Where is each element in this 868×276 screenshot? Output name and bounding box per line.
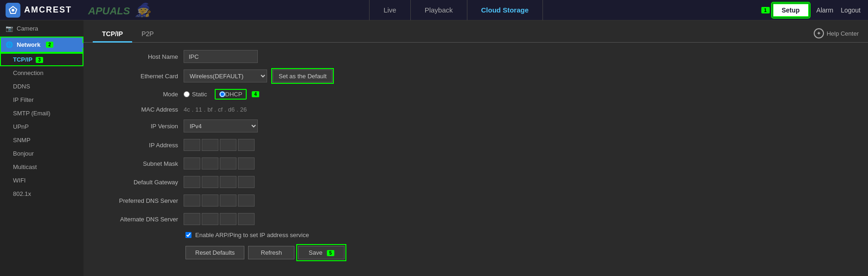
- subnet-seg-3[interactable]: [220, 157, 236, 169]
- mode-static-label[interactable]: Static: [184, 91, 207, 98]
- pdns-seg-3[interactable]: [220, 194, 236, 207]
- sidebar-item-network[interactable]: 🌐 Network 2: [0, 37, 83, 53]
- subnet-segments: [184, 157, 255, 169]
- mode-dhcp-label[interactable]: DHCP 4: [215, 89, 259, 100]
- setup-badge: 1: [761, 7, 770, 13]
- arp-label[interactable]: Enable ARP/Ping to set IP address servic…: [195, 232, 309, 238]
- subnet-mask-row: Subnet Mask: [95, 157, 857, 169]
- sidebar-sub-ipfilter[interactable]: IP Filter: [0, 93, 83, 107]
- arp-checkbox[interactable]: [185, 232, 191, 238]
- gateway-segments: [184, 176, 255, 188]
- setup-button[interactable]: Setup: [772, 3, 809, 17]
- ethernet-card-row: Ethernet Card Wireless(DEFAULT) Set as t…: [95, 69, 857, 82]
- svg-point-1: [12, 9, 14, 12]
- ip-address-label: IP Address: [95, 142, 178, 149]
- arp-checkbox-row: Enable ARP/Ping to set IP address servic…: [185, 232, 857, 238]
- mac-display: 4c . 11 . bf . cf . d6 . 26: [184, 106, 247, 113]
- sidebar-sub-ddns[interactable]: DDNS: [0, 80, 83, 93]
- hostname-label: Host Name: [95, 53, 178, 60]
- gateway-seg-2[interactable]: [202, 176, 218, 188]
- sidebar-item-camera[interactable]: 📷 Camera: [0, 20, 83, 37]
- sidebar-sub-multicast[interactable]: Multicast: [0, 160, 83, 174]
- dhcp-wrap: DHCP: [215, 89, 247, 100]
- sidebar-sub-smtp[interactable]: SMTP (Email): [0, 107, 83, 120]
- sidebar-sub-8021x[interactable]: 802.1x: [0, 187, 83, 201]
- tab-list: TCP/IP P2P: [93, 26, 163, 42]
- ip-version-label: IP Version: [95, 123, 178, 130]
- nav-playback[interactable]: Playback: [411, 0, 467, 20]
- alternate-dns-label: Alternate DNS Server: [95, 216, 178, 223]
- default-gateway-row: Default Gateway: [95, 176, 857, 188]
- adns-seg-3[interactable]: [220, 213, 236, 225]
- hostname-row: Host Name: [95, 50, 857, 63]
- sidebar: 📷 Camera 🌐 Network 2 TCP/IP 3 Connection…: [0, 20, 83, 276]
- nav-links: Live Playback Cloud Storage: [151, 0, 761, 20]
- pdns-seg-4[interactable]: [238, 194, 255, 207]
- tabs-bar: TCP/IP P2P ✦ Help Center: [83, 20, 868, 43]
- save-badge: 5: [327, 250, 334, 256]
- pdns-seg-2[interactable]: [202, 194, 218, 207]
- help-center-button[interactable]: ✦ Help Center: [814, 28, 859, 42]
- sidebar-sub-upnp[interactable]: UPnP: [0, 120, 83, 133]
- network-icon: 🌐: [6, 41, 13, 48]
- content-area: TCP/IP P2P ✦ Help Center Host Name Ether…: [83, 20, 868, 276]
- setup-wrap: 1 Setup: [761, 3, 809, 17]
- adns-seg-2[interactable]: [202, 213, 218, 225]
- hostname-input[interactable]: [184, 50, 258, 63]
- ip-seg-2[interactable]: [202, 139, 218, 151]
- sidebar-sub-snmp[interactable]: SNMP: [0, 133, 83, 147]
- sidebar-sub-connection[interactable]: Connection: [0, 66, 83, 80]
- ip-seg-1[interactable]: [184, 139, 200, 151]
- reset-defaults-button[interactable]: Reset Defaults: [185, 246, 244, 259]
- gateway-seg-3[interactable]: [220, 176, 236, 188]
- nav-right: 1 Setup Alarm Logout: [761, 3, 868, 17]
- mode-row: Mode Static DHCP 4: [95, 89, 857, 100]
- mode-static-radio[interactable]: [184, 91, 190, 97]
- watermark: APUALS 🧙: [88, 2, 151, 18]
- mac-address-row: MAC Address 4c . 11 . bf . cf . d6 . 26: [95, 106, 857, 113]
- preferred-dns-segments: [184, 194, 255, 207]
- bottom-buttons: Reset Defaults Refresh Save 5: [185, 246, 857, 259]
- sidebar-sub-bonjour[interactable]: Bonjour: [0, 147, 83, 160]
- default-gateway-label: Default Gateway: [95, 179, 178, 186]
- mode-dhcp-radio[interactable]: [219, 91, 225, 97]
- gateway-seg-4[interactable]: [238, 176, 255, 188]
- network-badge: 2: [46, 42, 53, 48]
- ip-address-row: IP Address: [95, 139, 857, 151]
- nav-cloud-storage[interactable]: Cloud Storage: [467, 0, 543, 20]
- sidebar-sub-tcpip[interactable]: TCP/IP 3: [0, 53, 83, 66]
- help-icon: ✦: [814, 28, 824, 38]
- mode-label: Mode: [95, 91, 178, 98]
- sidebar-sub-wifi[interactable]: WIFI: [0, 174, 83, 187]
- dhcp-badge: 4: [252, 91, 259, 97]
- ethernet-card-label: Ethernet Card: [95, 73, 178, 80]
- tab-p2p[interactable]: P2P: [132, 26, 163, 43]
- nav-live[interactable]: Live: [369, 0, 411, 20]
- ip-version-row: IP Version IPv4 IPv6: [95, 119, 857, 132]
- ip-seg-3[interactable]: [220, 139, 236, 151]
- tab-tcpip[interactable]: TCP/IP: [93, 26, 132, 43]
- logout-button[interactable]: Logout: [841, 6, 861, 14]
- ip-address-segments: [184, 139, 255, 151]
- subnet-seg-4[interactable]: [238, 157, 255, 169]
- alternate-dns-segments: [184, 213, 255, 225]
- adns-seg-4[interactable]: [238, 213, 255, 225]
- subnet-seg-1[interactable]: [184, 157, 200, 169]
- refresh-button[interactable]: Refresh: [248, 246, 294, 259]
- save-button[interactable]: Save 5: [298, 246, 345, 259]
- adns-seg-1[interactable]: [184, 213, 200, 225]
- camera-icon: 📷: [6, 25, 13, 32]
- logo-area: AMCREST: [0, 3, 83, 18]
- set-default-button[interactable]: Set as the Default: [273, 69, 332, 82]
- tcpip-badge: 3: [36, 57, 43, 63]
- ip-version-select[interactable]: IPv4 IPv6: [184, 119, 258, 132]
- preferred-dns-label: Preferred DNS Server: [95, 197, 178, 204]
- mode-radio-group: Static DHCP 4: [184, 89, 259, 100]
- alarm-button[interactable]: Alarm: [817, 6, 834, 14]
- gateway-seg-1[interactable]: [184, 176, 200, 188]
- ip-seg-4[interactable]: [238, 139, 255, 151]
- ethernet-card-select[interactable]: Wireless(DEFAULT): [184, 69, 267, 82]
- mac-address-label: MAC Address: [95, 106, 178, 113]
- subnet-seg-2[interactable]: [202, 157, 218, 169]
- pdns-seg-1[interactable]: [184, 194, 200, 207]
